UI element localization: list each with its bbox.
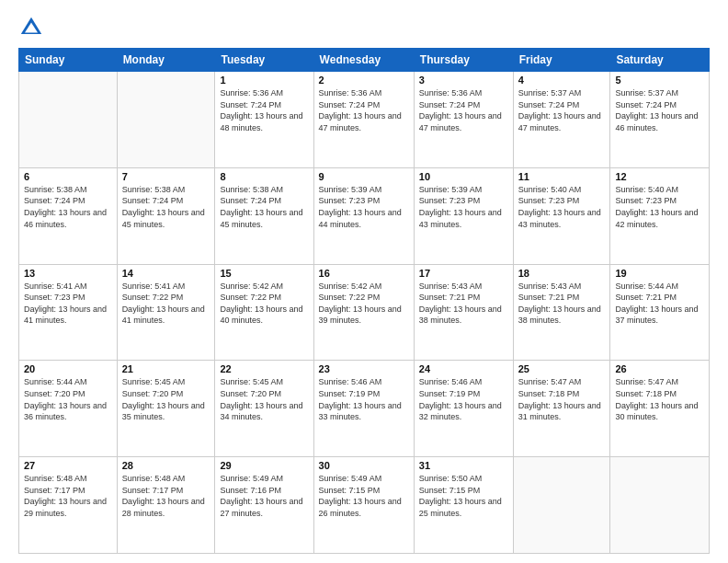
day-info: Sunrise: 5:38 AMSunset: 7:24 PMDaylight:… [24, 184, 112, 230]
weekday-header: Thursday [414, 49, 513, 72]
day-info: Sunrise: 5:38 AMSunset: 7:24 PMDaylight:… [122, 184, 210, 230]
day-info: Sunrise: 5:42 AMSunset: 7:22 PMDaylight:… [220, 281, 308, 327]
day-number: 26 [615, 363, 704, 374]
day-number: 7 [122, 171, 210, 182]
day-info: Sunrise: 5:39 AMSunset: 7:23 PMDaylight:… [319, 184, 409, 230]
day-info: Sunrise: 5:41 AMSunset: 7:23 PMDaylight:… [24, 281, 112, 327]
day-number: 9 [319, 171, 409, 182]
day-info: Sunrise: 5:37 AMSunset: 7:24 PMDaylight:… [518, 87, 606, 133]
day-number: 29 [220, 460, 308, 471]
day-info: Sunrise: 5:45 AMSunset: 7:20 PMDaylight:… [220, 376, 308, 422]
calendar-week-row: 6Sunrise: 5:38 AMSunset: 7:24 PMDaylight… [19, 167, 710, 264]
calendar-cell: 20Sunrise: 5:44 AMSunset: 7:20 PMDayligh… [19, 361, 118, 457]
day-info: Sunrise: 5:47 AMSunset: 7:18 PMDaylight:… [518, 376, 606, 422]
calendar-cell: 26Sunrise: 5:47 AMSunset: 7:18 PMDayligh… [610, 361, 710, 457]
day-info: Sunrise: 5:44 AMSunset: 7:21 PMDaylight:… [615, 281, 704, 327]
day-info: Sunrise: 5:36 AMSunset: 7:24 PMDaylight:… [319, 87, 409, 133]
calendar-cell: 19Sunrise: 5:44 AMSunset: 7:21 PMDayligh… [610, 264, 710, 361]
calendar-cell [513, 457, 610, 554]
calendar-cell [610, 457, 710, 554]
calendar-cell: 18Sunrise: 5:43 AMSunset: 7:21 PMDayligh… [513, 264, 610, 361]
day-info: Sunrise: 5:44 AMSunset: 7:20 PMDaylight:… [24, 376, 112, 422]
calendar-cell: 8Sunrise: 5:38 AMSunset: 7:24 PMDaylight… [215, 167, 313, 264]
calendar-cell: 28Sunrise: 5:48 AMSunset: 7:17 PMDayligh… [117, 457, 215, 554]
calendar-cell: 25Sunrise: 5:47 AMSunset: 7:18 PMDayligh… [513, 361, 610, 457]
day-number: 10 [419, 171, 508, 182]
day-number: 14 [122, 268, 210, 279]
day-number: 24 [419, 363, 508, 374]
day-info: Sunrise: 5:40 AMSunset: 7:23 PMDaylight:… [615, 184, 704, 230]
day-number: 8 [220, 171, 308, 182]
calendar-cell: 1Sunrise: 5:36 AMSunset: 7:24 PMDaylight… [215, 72, 313, 168]
logo-icon [18, 15, 44, 40]
calendar-cell: 5Sunrise: 5:37 AMSunset: 7:24 PMDaylight… [610, 72, 710, 168]
day-number: 15 [220, 268, 308, 279]
day-info: Sunrise: 5:46 AMSunset: 7:19 PMDaylight:… [319, 376, 409, 422]
calendar-cell: 17Sunrise: 5:43 AMSunset: 7:21 PMDayligh… [414, 264, 513, 361]
calendar-cell: 3Sunrise: 5:36 AMSunset: 7:24 PMDaylight… [414, 72, 513, 168]
calendar-cell [19, 72, 118, 168]
calendar-header-row: SundayMondayTuesdayWednesdayThursdayFrid… [19, 49, 710, 72]
calendar-cell: 30Sunrise: 5:49 AMSunset: 7:15 PMDayligh… [313, 457, 414, 554]
calendar-cell: 4Sunrise: 5:37 AMSunset: 7:24 PMDaylight… [513, 72, 610, 168]
page: SundayMondayTuesdayWednesdayThursdayFrid… [0, 0, 728, 563]
calendar-cell: 22Sunrise: 5:45 AMSunset: 7:20 PMDayligh… [215, 361, 313, 457]
calendar-cell: 9Sunrise: 5:39 AMSunset: 7:23 PMDaylight… [313, 167, 414, 264]
day-info: Sunrise: 5:37 AMSunset: 7:24 PMDaylight:… [615, 87, 704, 133]
day-info: Sunrise: 5:41 AMSunset: 7:22 PMDaylight:… [122, 281, 210, 327]
calendar-cell: 24Sunrise: 5:46 AMSunset: 7:19 PMDayligh… [414, 361, 513, 457]
calendar-cell: 10Sunrise: 5:39 AMSunset: 7:23 PMDayligh… [414, 167, 513, 264]
weekday-header: Wednesday [313, 49, 414, 72]
day-info: Sunrise: 5:42 AMSunset: 7:22 PMDaylight:… [319, 281, 409, 327]
calendar-cell: 16Sunrise: 5:42 AMSunset: 7:22 PMDayligh… [313, 264, 414, 361]
day-info: Sunrise: 5:36 AMSunset: 7:24 PMDaylight:… [419, 87, 508, 133]
day-number: 17 [419, 268, 508, 279]
calendar-week-row: 13Sunrise: 5:41 AMSunset: 7:23 PMDayligh… [19, 264, 710, 361]
day-info: Sunrise: 5:38 AMSunset: 7:24 PMDaylight:… [220, 184, 308, 230]
logo [18, 15, 48, 40]
day-number: 3 [419, 75, 508, 86]
day-info: Sunrise: 5:39 AMSunset: 7:23 PMDaylight:… [419, 184, 508, 230]
day-number: 21 [122, 363, 210, 374]
day-info: Sunrise: 5:49 AMSunset: 7:16 PMDaylight:… [220, 473, 308, 519]
calendar-cell: 27Sunrise: 5:48 AMSunset: 7:17 PMDayligh… [19, 457, 118, 554]
calendar-cell: 7Sunrise: 5:38 AMSunset: 7:24 PMDaylight… [117, 167, 215, 264]
day-info: Sunrise: 5:47 AMSunset: 7:18 PMDaylight:… [615, 376, 704, 422]
calendar-cell: 23Sunrise: 5:46 AMSunset: 7:19 PMDayligh… [313, 361, 414, 457]
calendar-cell: 2Sunrise: 5:36 AMSunset: 7:24 PMDaylight… [313, 72, 414, 168]
day-info: Sunrise: 5:43 AMSunset: 7:21 PMDaylight:… [419, 281, 508, 327]
calendar-table: SundayMondayTuesdayWednesdayThursdayFrid… [18, 48, 710, 554]
day-info: Sunrise: 5:48 AMSunset: 7:17 PMDaylight:… [122, 473, 210, 519]
day-info: Sunrise: 5:43 AMSunset: 7:21 PMDaylight:… [518, 281, 606, 327]
day-number: 1 [220, 75, 308, 86]
header [18, 15, 710, 40]
day-number: 6 [24, 171, 112, 182]
day-number: 18 [518, 268, 606, 279]
weekday-header: Monday [117, 49, 215, 72]
day-number: 23 [319, 363, 409, 374]
calendar-cell: 31Sunrise: 5:50 AMSunset: 7:15 PMDayligh… [414, 457, 513, 554]
calendar-cell: 6Sunrise: 5:38 AMSunset: 7:24 PMDaylight… [19, 167, 118, 264]
day-number: 12 [615, 171, 704, 182]
day-number: 5 [615, 75, 704, 86]
day-number: 30 [319, 460, 409, 471]
day-info: Sunrise: 5:36 AMSunset: 7:24 PMDaylight:… [220, 87, 308, 133]
calendar-cell: 29Sunrise: 5:49 AMSunset: 7:16 PMDayligh… [215, 457, 313, 554]
day-info: Sunrise: 5:40 AMSunset: 7:23 PMDaylight:… [518, 184, 606, 230]
weekday-header: Tuesday [215, 49, 313, 72]
calendar-week-row: 20Sunrise: 5:44 AMSunset: 7:20 PMDayligh… [19, 361, 710, 457]
day-info: Sunrise: 5:45 AMSunset: 7:20 PMDaylight:… [122, 376, 210, 422]
calendar-cell: 21Sunrise: 5:45 AMSunset: 7:20 PMDayligh… [117, 361, 215, 457]
day-info: Sunrise: 5:48 AMSunset: 7:17 PMDaylight:… [24, 473, 112, 519]
day-number: 20 [24, 363, 112, 374]
day-number: 13 [24, 268, 112, 279]
calendar-cell: 15Sunrise: 5:42 AMSunset: 7:22 PMDayligh… [215, 264, 313, 361]
day-info: Sunrise: 5:46 AMSunset: 7:19 PMDaylight:… [419, 376, 508, 422]
calendar-cell [117, 72, 215, 168]
weekday-header: Sunday [19, 49, 118, 72]
weekday-header: Saturday [610, 49, 710, 72]
calendar-cell: 14Sunrise: 5:41 AMSunset: 7:22 PMDayligh… [117, 264, 215, 361]
day-info: Sunrise: 5:49 AMSunset: 7:15 PMDaylight:… [319, 473, 409, 519]
weekday-header: Friday [513, 49, 610, 72]
day-number: 25 [518, 363, 606, 374]
